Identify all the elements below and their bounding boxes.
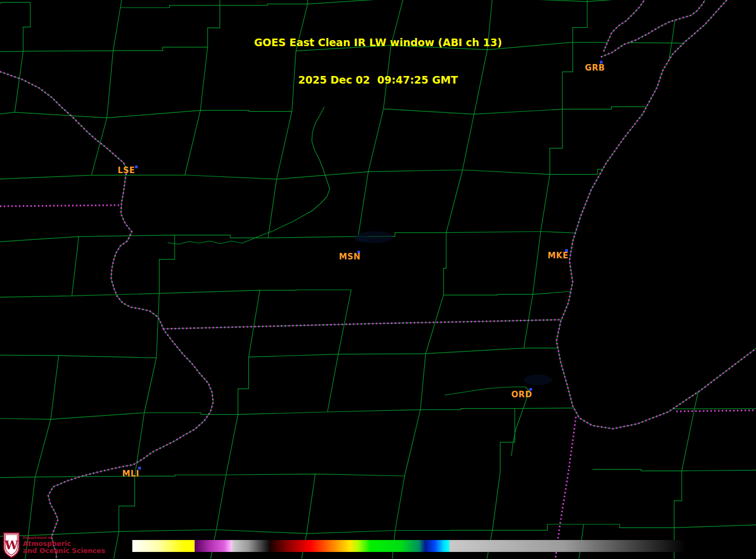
station-label-mke: MKE xyxy=(548,251,568,261)
station-label-msn: MSN xyxy=(339,252,361,262)
station-label-ord: ORD xyxy=(511,390,532,399)
color-scale-bar xyxy=(132,540,686,552)
logo-line-1: Atmospheric xyxy=(23,540,105,547)
svg-text:W: W xyxy=(4,538,18,552)
satellite-map xyxy=(0,0,756,559)
aos-logo: W Department of Atmospheric and Oceanic … xyxy=(3,532,105,558)
station-label-mli: MLI xyxy=(122,469,139,479)
uw-crest-icon: W xyxy=(3,532,20,558)
station-label-grb: GRB xyxy=(585,63,605,73)
satellite-viewer: GOES East Clean IR LW window (ABI ch 13)… xyxy=(0,0,756,559)
logo-line-2: and Oceanic Sciences xyxy=(23,547,105,554)
station-label-lse: LSE xyxy=(118,166,135,175)
logo-text: Department of Atmospheric and Oceanic Sc… xyxy=(23,536,105,554)
station-marker-lse xyxy=(135,166,138,168)
